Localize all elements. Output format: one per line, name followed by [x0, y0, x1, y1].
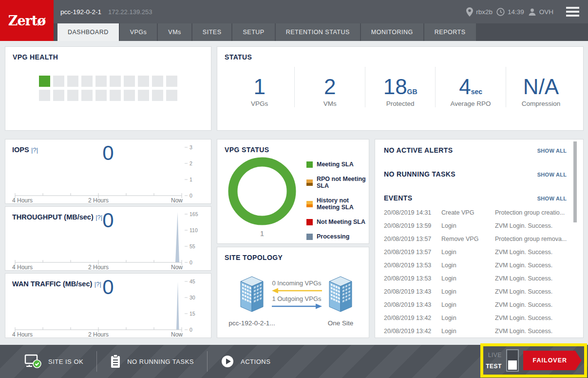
event-description: ZVM Login. Success.	[495, 315, 567, 321]
stat-value: 2	[324, 75, 336, 99]
throughput-chart-panel: THROUGHPUT (MB/sec) |?| 0 165 110 55 0 4…	[5, 206, 211, 271]
tab-dashboard[interactable]: DASHBOARD	[57, 23, 119, 41]
y-tick: 15	[190, 311, 195, 317]
live-label: LIVE	[488, 352, 502, 358]
event-description: ZVM Login. Success.	[495, 275, 567, 282]
throughput-chart-title: THROUGHPUT (MB/sec)	[12, 213, 94, 221]
activity-panel: NO ACTIVE ALERTS SHOW ALL NO RUNNING TAS…	[375, 139, 584, 338]
event-action: Login	[441, 301, 495, 308]
stat-vms: 2 VMs	[294, 67, 364, 107]
event-action: Login	[441, 262, 495, 269]
site-ok-icon	[24, 354, 42, 369]
event-date: 20/08/2019 13:59	[384, 222, 441, 229]
legend-label: Not Meeting SLA	[317, 219, 365, 225]
event-row[interactable]: 20/08/2019 13:53LoginZVM Login. Success.	[384, 259, 567, 272]
failover-highlight-annotation: LIVE TEST FAILOVER	[480, 343, 587, 378]
vpg-health-cell	[110, 90, 121, 101]
footer-divider	[96, 351, 97, 372]
vpg-health-cell	[67, 76, 78, 87]
events-list: 20/08/2019 14:31Create VPGProtection gro…	[384, 206, 567, 338]
location-pin-icon	[466, 7, 473, 17]
iops-chart-title: IOPS	[12, 146, 29, 154]
legend-swatch	[306, 161, 313, 168]
clock-icon	[496, 8, 505, 16]
tab-sites[interactable]: SITES	[192, 23, 232, 41]
tab-setup[interactable]: SETUP	[232, 23, 274, 41]
throughput-help-icon[interactable]: |?|	[95, 214, 102, 221]
vpg-health-cell	[152, 90, 163, 101]
stat-average-rpo: 4sec Average RPO	[435, 67, 505, 107]
vpg-health-cell	[138, 76, 149, 87]
actions-menu[interactable]: ACTIONS	[221, 355, 270, 368]
iops-chart-panel: IOPS |?| 0 3 2 1 0 4 Hours 2 Hours Now	[5, 139, 211, 204]
status-title: STATUS	[225, 53, 576, 61]
event-row[interactable]: 20/08/2019 13:42LoginZVM Login. Success.	[384, 311, 567, 324]
event-date: 20/08/2019 13:57	[384, 236, 441, 242]
stat-unit: sec	[471, 88, 482, 96]
time-label: 14:39	[508, 8, 524, 16]
live-test-toggle[interactable]	[506, 349, 519, 372]
stat-value: 18	[383, 75, 407, 99]
y-tick: 0	[190, 259, 192, 265]
wan-traffic-chart-panel: WAN TRAFFIC (MB/sec) |?| 0 45 30 15 0 4 …	[5, 273, 211, 338]
clipboard-icon	[110, 355, 121, 368]
event-action: Login	[441, 222, 495, 229]
stat-label: Protected	[386, 100, 415, 107]
stat-compression: N/A Compression	[506, 67, 576, 107]
status-panel: STATUS 1 VPGs 2 VMs 18GB Protected 4sec …	[217, 46, 584, 131]
vpg-health-cell	[95, 90, 107, 101]
event-description: ZVM Login. Success.	[495, 262, 567, 269]
event-row[interactable]: 20/08/2019 14:31Create VPGProtection gro…	[384, 206, 567, 219]
failover-button[interactable]: FAILOVER	[523, 351, 582, 370]
event-date: 20/08/2019 13:43	[384, 288, 441, 295]
donut-value: 1	[260, 229, 264, 238]
user-chip[interactable]: OVH	[528, 8, 553, 16]
x-tick: 4 Hours	[12, 264, 33, 270]
event-row[interactable]: 20/08/2019 13:42LoginZVM Login. Success.	[384, 324, 567, 338]
failover-mode-labels: LIVE TEST	[486, 349, 502, 372]
event-date: 20/08/2019 14:31	[384, 209, 441, 216]
tab-retention-status[interactable]: RETENTION STATUS	[276, 23, 360, 41]
tab-reports[interactable]: REPORTS	[424, 23, 476, 41]
x-tick: Now	[171, 331, 183, 338]
events-scrollbar[interactable]	[573, 141, 577, 222]
legend-swatch	[306, 201, 313, 207]
event-row[interactable]: 20/08/2019 13:59LoginZVM Login. Success.	[384, 219, 567, 232]
tasks-header: NO RUNNING TASKS	[384, 170, 455, 178]
event-action: Login	[441, 275, 495, 282]
legend-item-processing: Processing	[306, 233, 369, 240]
event-action: Login	[441, 249, 495, 256]
user-icon	[528, 8, 536, 16]
vpg-health-cell	[81, 76, 93, 87]
x-tick: Now	[171, 197, 183, 203]
events-show-all-link[interactable]: SHOW ALL	[537, 196, 567, 201]
stat-value: 4	[459, 75, 471, 99]
tab-monitoring[interactable]: MONITORING	[361, 23, 423, 41]
nav-tabs: DASHBOARD VPGs VMs SITES SETUP RETENTION…	[54, 23, 588, 41]
event-row[interactable]: 20/08/2019 13:53LoginZVM Login. Success.	[384, 272, 567, 285]
vpg-health-cell	[124, 90, 135, 101]
vpg-health-cell	[53, 90, 64, 101]
event-row[interactable]: 20/08/2019 13:43LoginZVM Login. Success.	[384, 298, 567, 311]
site-topology-title: SITE TOPOLOGY	[225, 254, 361, 261]
wan-traffic-help-icon[interactable]: |?|	[95, 280, 101, 288]
event-row[interactable]: 20/08/2019 13:57Remove VPGProtection gro…	[384, 232, 567, 245]
tasks-show-all-link[interactable]: SHOW ALL	[537, 172, 567, 178]
legend-item-history-not-meeting-sla: History not Meeting SLA	[306, 197, 369, 211]
tab-vms[interactable]: VMs	[158, 23, 191, 41]
location-chip: rbx2b	[466, 7, 493, 17]
legend-label: History not Meeting SLA	[317, 197, 369, 211]
stat-label: VPGs	[251, 100, 268, 107]
tab-vpgs[interactable]: VPGs	[120, 23, 157, 41]
alerts-show-all-link[interactable]: SHOW ALL	[537, 148, 567, 154]
menu-icon[interactable]	[566, 7, 579, 17]
legend-label: RPO not Meeting SLA	[317, 176, 369, 189]
legend-swatch	[306, 219, 313, 225]
legend-item-meeting-sla: Meeting SLA	[306, 161, 369, 168]
event-row[interactable]: 20/08/2019 13:43LoginZVM Login. Success.	[384, 285, 567, 298]
x-tick: 2 Hours	[88, 197, 109, 203]
event-row[interactable]: 20/08/2019 13:57LoginZVM Login. Success.	[384, 245, 567, 259]
iops-help-icon[interactable]: |?|	[31, 146, 38, 154]
stat-label: Average RPO	[451, 100, 491, 107]
site-ip: 172.22.139.253	[108, 8, 152, 16]
